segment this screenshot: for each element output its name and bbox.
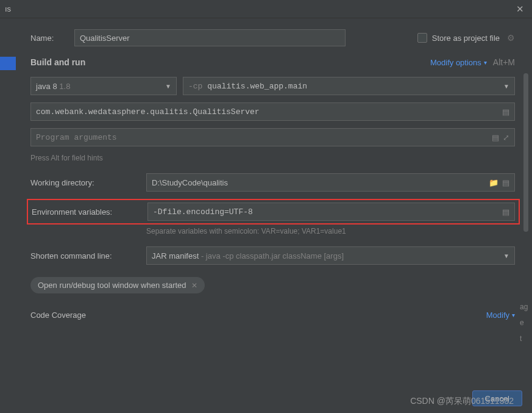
pill-label: Open run/debug tool window when started [38, 281, 186, 290]
modify-options-link[interactable]: Modify options ▾ [430, 58, 487, 67]
main-class-value: com.webank.wedatasphere.qualitis.Qualiti… [36, 107, 498, 117]
dropdown-arrow-icon: ▼ [165, 83, 171, 90]
name-input[interactable] [74, 29, 346, 46]
name-row: Name: Store as project file ⚙ [30, 29, 515, 46]
coverage-modify-link[interactable]: Modify ▾ [486, 311, 515, 320]
env-field[interactable]: -Dfile.encoding=UTF-8 ▤ [147, 203, 515, 221]
close-icon[interactable]: ✕ [512, 3, 527, 15]
jdk-cp-row: java 8 1.8 ▼ -cp qualitis.web_app.main ▼ [30, 77, 515, 95]
store-option: Store as project file ⚙ [417, 33, 515, 43]
env-label: Environment variables: [32, 207, 147, 217]
program-args-placeholder: Program arguments [36, 133, 488, 142]
build-run-title: Build and run [30, 57, 85, 67]
cropped-right-hints: ag e t [520, 299, 532, 347]
close-icon[interactable]: ✕ [191, 281, 197, 290]
shorten-select[interactable]: JAR manifest - java -cp classpath.jar cl… [146, 246, 515, 265]
title-fragment: ıs [5, 4, 11, 13]
modify-shortcut: Alt+M [493, 57, 515, 67]
workdir-row: Working directory: D:\StudyCode\qualitis… [30, 173, 515, 192]
name-label: Name: [30, 34, 74, 43]
list-icon[interactable]: ▤ [492, 133, 499, 142]
workdir-label: Working directory: [30, 178, 146, 187]
scrollbar[interactable] [523, 73, 528, 232]
selected-config-indicator[interactable] [0, 57, 16, 70]
dialog-footer: Cancel [0, 384, 532, 413]
dropdown-arrow-icon: ▼ [503, 253, 509, 259]
list-icon[interactable]: ▤ [502, 107, 509, 117]
store-checkbox[interactable] [417, 33, 427, 43]
dropdown-arrow-icon: ▼ [503, 83, 509, 90]
cancel-button[interactable]: Cancel [472, 390, 522, 406]
titlebar: ıs ✕ [0, 0, 532, 18]
jdk-select[interactable]: java 8 1.8 ▼ [30, 77, 177, 95]
open-tool-window-pill[interactable]: Open run/debug tool window when started … [30, 277, 205, 293]
list-icon[interactable]: ▤ [502, 207, 509, 217]
content-panel: Name: Store as project file ⚙ Build and … [16, 18, 532, 413]
code-coverage-title: Code Coverage [30, 311, 86, 320]
code-coverage-header: Code Coverage Modify ▾ [30, 311, 515, 325]
list-icon[interactable]: ▤ [502, 178, 509, 187]
gear-icon[interactable]: ⚙ [507, 33, 515, 43]
env-highlight: Environment variables: -Dfile.encoding=U… [27, 199, 520, 224]
field-hint: Press Alt for field hints [30, 154, 515, 162]
main-area: Name: Store as project file ⚙ Build and … [0, 18, 532, 413]
workdir-field[interactable]: D:\StudyCode\qualitis 📁 ▤ [146, 173, 515, 192]
build-run-header: Build and run Modify options ▾ Alt+M [30, 57, 515, 67]
chevron-down-icon: ▾ [484, 59, 487, 66]
expand-icon[interactable]: ⤢ [503, 133, 509, 142]
main-class-field[interactable]: com.webank.wedatasphere.qualitis.Qualiti… [30, 102, 515, 121]
left-sidebar [0, 18, 16, 413]
shorten-row: Shorten command line: JAR manifest - jav… [30, 246, 515, 265]
folder-icon[interactable]: 📁 [489, 178, 498, 187]
store-label: Store as project file [432, 34, 500, 43]
program-args-field[interactable]: Program arguments ▤ ⤢ [30, 128, 515, 146]
env-value: -Dfile.encoding=UTF-8 [153, 207, 498, 217]
env-help: Separate variables with semicolon: VAR=v… [146, 227, 515, 235]
chevron-down-icon: ▾ [512, 312, 515, 318]
classpath-select[interactable]: -cp qualitis.web_app.main ▼ [183, 77, 515, 95]
workdir-value: D:\StudyCode\qualitis [152, 178, 485, 187]
env-row: Environment variables: -Dfile.encoding=U… [28, 203, 515, 221]
shorten-label: Shorten command line: [30, 251, 146, 260]
